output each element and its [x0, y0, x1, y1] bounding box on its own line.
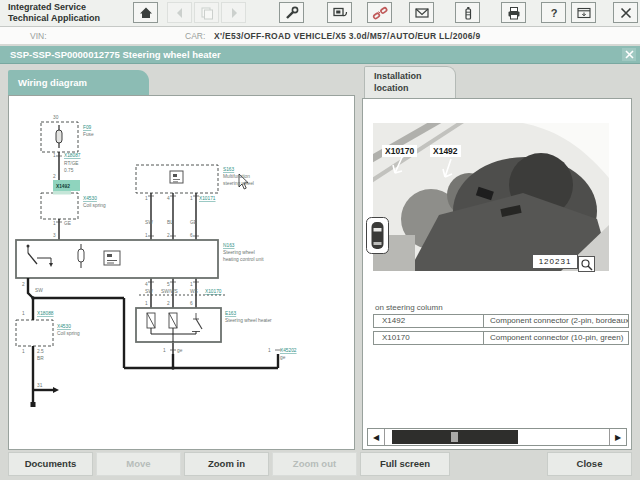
minimize-button[interactable]: [571, 2, 596, 23]
horizontal-scrollbar[interactable]: ◀ ▶: [367, 428, 627, 446]
scroll-left-icon: ◀: [373, 433, 379, 442]
app-title: Integrated Service Technical Application: [8, 2, 100, 24]
magnify-button[interactable]: [578, 256, 595, 272]
diagram-wire-label: 1: [53, 153, 56, 158]
location-heading: on steering column: [375, 303, 443, 312]
table-row[interactable]: X10170 Component connector (10-pin, gree…: [373, 331, 629, 345]
diagram-wire-label: 2: [53, 174, 56, 179]
diagram-wire-label: Coil spring: [83, 203, 106, 208]
diagram-wire-label: 6: [190, 233, 193, 238]
diagram-wire-label: Multifunction: [223, 174, 250, 179]
diagram-component-link[interactable]: F09: [83, 125, 92, 130]
diagram-wire-label: 1: [145, 233, 148, 238]
battery-button[interactable]: [455, 2, 480, 23]
diagram-wire-label: 1: [145, 196, 148, 201]
scrollbar-thumb[interactable]: [392, 430, 518, 444]
diagram-wire-label: 1: [22, 311, 25, 316]
help-button[interactable]: ?: [541, 2, 566, 23]
scroll-left-button[interactable]: ◀: [368, 429, 385, 445]
minimize-window-icon: [576, 6, 592, 20]
diagram-wire-label: 1: [163, 348, 166, 353]
close-button[interactable]: Close: [547, 452, 632, 476]
diagram-wire-label: heating control unit: [223, 257, 264, 262]
diagram-wire-label: X1492: [56, 184, 70, 189]
envelope-icon: [414, 6, 430, 20]
scroll-right-button[interactable]: ▶: [609, 429, 626, 445]
diagram-wire-label: Fuse: [83, 132, 94, 137]
diagram-wire-label: Steering wheel: [223, 250, 255, 255]
installation-photo[interactable]: X10170 X1492 120231: [373, 123, 609, 271]
zoom-out-button[interactable]: Zoom out: [272, 452, 357, 476]
diagram-component-link[interactable]: X4530: [83, 196, 97, 201]
workshop-button[interactable]: [279, 2, 304, 23]
diagram-wire-label: 1: [190, 282, 193, 287]
table-row[interactable]: X1492 Component connector (2-pin, bordea…: [373, 314, 629, 328]
diagram-component-link[interactable]: X10171: [199, 196, 216, 201]
diagram-wire-label: 30: [53, 115, 59, 120]
diagram-component-link[interactable]: X18087: [64, 153, 81, 158]
diagram-wire-label: WS: [190, 289, 198, 294]
diagram-wire-label: 2: [22, 282, 25, 287]
document-close-button[interactable]: [622, 48, 636, 61]
tab-wiring-diagram[interactable]: Wiring diagram: [8, 70, 149, 96]
svg-text:?: ?: [550, 7, 557, 19]
question-mark-icon: ?: [546, 6, 562, 20]
connector-table: X1492 Component connector (2-pin, bordea…: [373, 314, 629, 348]
tab-label: location: [374, 83, 455, 95]
back-arrow-icon: [172, 6, 188, 20]
diagram-wire-label: 0.75: [64, 168, 74, 173]
diagram-wire-label: BR: [37, 356, 44, 361]
diagram-component-link[interactable]: N163: [223, 243, 235, 248]
scrollbar-grip[interactable]: [451, 432, 458, 442]
diagram-component-link[interactable]: X4530: [57, 324, 71, 329]
diagram-wire-label: GE: [190, 220, 197, 225]
diagram-wire-label: 5: [167, 282, 170, 287]
diagram-wire-label: 1: [268, 348, 271, 353]
diagram-component-link[interactable]: X18088: [37, 311, 54, 316]
diagram-wire-label: BL: [167, 220, 173, 225]
zoom-in-button[interactable]: Zoom in: [184, 452, 269, 476]
tab-label: Wiring diagram: [18, 77, 87, 88]
wiring-diagram[interactable]: 30F09Fuse1X18087RT/GE0.752X1492X4530Coil…: [9, 96, 354, 449]
diagram-wire-label: 4: [145, 282, 148, 287]
diagram-wire-label: 6: [190, 301, 193, 306]
message-button[interactable]: [409, 2, 434, 23]
close-app-button[interactable]: [613, 2, 638, 23]
connector-callout-x1492: X1492: [430, 145, 461, 157]
vehicle-bar: VIN: CAR: X'/E53/OFF-ROAD VEHICLE/X5 3.0…: [0, 27, 640, 44]
diagram-component-link[interactable]: X10170: [205, 289, 222, 294]
diagram-wire-label: ge: [280, 355, 286, 360]
documents-button[interactable]: Documents: [8, 452, 93, 476]
connector-code: X10170: [374, 332, 484, 344]
car-label: CAR:: [185, 31, 205, 41]
back-button[interactable]: [167, 2, 192, 23]
car-value: X'/E53/OFF-ROAD VEHICLE/X5 3.0d/M57/AUTO…: [214, 31, 481, 41]
documents-stack-button[interactable]: [194, 2, 219, 23]
diagram-wire-label: Steering wheel heater: [225, 318, 272, 323]
move-button[interactable]: Move: [96, 452, 181, 476]
full-screen-button[interactable]: Full screen: [360, 452, 450, 476]
vin-label: VIN:: [30, 31, 47, 41]
diagram-wire-label: ge: [177, 348, 183, 353]
home-icon: [138, 6, 154, 20]
diagram-component-link[interactable]: X45202: [280, 348, 297, 353]
home-button[interactable]: [133, 2, 158, 23]
forward-button[interactable]: [221, 2, 246, 23]
connector-description: Component connector (2-pin, bordeaux): [484, 315, 628, 327]
tab-installation-location[interactable]: Installation location: [364, 66, 456, 99]
diagram-component-link[interactable]: E163: [225, 311, 237, 316]
connection-button[interactable]: [367, 2, 392, 23]
identification-button[interactable]: [327, 2, 352, 23]
diagram-component-link[interactable]: S163: [223, 167, 235, 172]
wiring-diagram-panel[interactable]: 30F09Fuse1X18087RT/GE0.752X1492X4530Coil…: [8, 95, 355, 450]
diagram-wire-label: 1: [190, 196, 193, 201]
print-button[interactable]: [501, 2, 526, 23]
scroll-right-icon: ▶: [615, 433, 621, 442]
diagram-wire-label: 1: [22, 349, 25, 354]
image-number-tag: 120231: [532, 254, 578, 269]
diagram-wire-label: 2.5: [37, 349, 44, 354]
document-title: SSP-SSP-SP0000012775 Steering wheel heat…: [10, 49, 221, 60]
document-title-bar: SSP-SSP-SP0000012775 Steering wheel heat…: [0, 46, 640, 64]
battery-icon: [460, 6, 476, 20]
diagram-wire-label: SW/WS: [161, 289, 178, 294]
